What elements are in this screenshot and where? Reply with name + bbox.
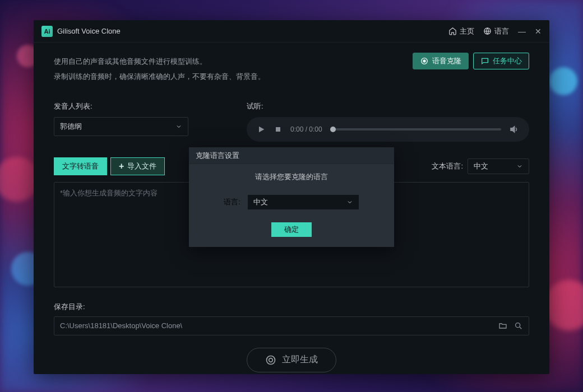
tab-tts-label: 文字转语音 [62, 161, 99, 171]
svg-rect-3 [276, 127, 280, 132]
speaker-value: 郭德纲 [60, 122, 82, 132]
generate-button[interactable]: 立即生成 [247, 348, 336, 372]
modal-ok-button[interactable]: 确定 [271, 222, 312, 237]
clone-language-modal: 克隆语言设置 请选择您要克隆的语言 语言: 中文 确定 [189, 147, 394, 247]
task-center-label: 任务中心 [493, 56, 522, 66]
chevron-down-icon [175, 123, 182, 130]
tab-tts[interactable]: 文字转语音 [54, 157, 107, 175]
language-label: 语言 [494, 26, 509, 36]
play-button[interactable] [257, 125, 266, 134]
generate-label: 立即生成 [282, 354, 318, 366]
save-dir-label: 保存目录: [54, 302, 529, 312]
seek-handle[interactable] [330, 127, 336, 132]
minimize-button[interactable]: — [518, 27, 526, 36]
folder-icon[interactable] [498, 321, 507, 330]
seek-track[interactable] [330, 128, 501, 130]
modal-lang-value: 中文 [253, 197, 268, 207]
titlebar: Ai Gilisoft Voice Clone 主页 语言 — ✕ [34, 20, 549, 43]
text-language-label: 文本语言: [432, 161, 463, 171]
hint-line-2: 录制训练的音频时，确保清晰准确的人声，不要有杂音、背景音。 [54, 69, 529, 84]
playback-time: 0:00 / 0:00 [290, 125, 322, 133]
svg-point-4 [516, 323, 520, 327]
preview-label: 试听: [247, 101, 529, 111]
home-icon [448, 27, 457, 35]
modal-lang-label: 语言: [224, 197, 240, 207]
save-dir-value: C:\Users\18181\Desktop\Voice Clone\ [60, 321, 182, 330]
svg-point-2 [423, 60, 425, 62]
svg-point-5 [267, 356, 275, 364]
app-icon: Ai [41, 26, 53, 37]
close-button[interactable]: ✕ [535, 27, 542, 36]
save-dir-field: C:\Users\18181\Desktop\Voice Clone\ [54, 316, 529, 335]
voice-clone-button[interactable]: 语音克隆 [413, 53, 469, 69]
chevron-down-icon [346, 199, 353, 206]
speaker-list-label: 发音人列表: [54, 101, 188, 111]
mic-icon [420, 57, 429, 66]
modal-prompt: 请选择您要克隆的语言 [200, 172, 383, 182]
search-icon[interactable] [514, 321, 523, 330]
tab-import-label: 导入文件 [127, 161, 156, 171]
modal-lang-select[interactable]: 中文 [247, 194, 359, 210]
voice-clone-label: 语音克隆 [432, 56, 461, 66]
audio-player: 0:00 / 0:00 [247, 117, 529, 142]
speaker-select[interactable]: 郭德纲 [54, 117, 188, 136]
text-language-value: 中文 [474, 161, 488, 171]
app-title: Gilisoft Voice Clone [57, 27, 121, 35]
generate-icon [265, 354, 276, 366]
chat-icon [480, 57, 489, 66]
chevron-down-icon [516, 163, 523, 170]
home-link[interactable]: 主页 [448, 26, 474, 36]
home-label: 主页 [460, 26, 474, 36]
text-language-select[interactable]: 中文 [468, 158, 529, 174]
stop-button[interactable] [274, 125, 283, 134]
tab-import[interactable]: + 导入文件 [110, 157, 165, 175]
language-link[interactable]: 语言 [483, 26, 509, 36]
plus-icon: + [119, 161, 124, 171]
volume-icon[interactable] [509, 124, 519, 134]
modal-title: 克隆语言设置 [189, 147, 394, 164]
globe-icon [483, 27, 492, 35]
task-center-button[interactable]: 任务中心 [473, 53, 529, 69]
